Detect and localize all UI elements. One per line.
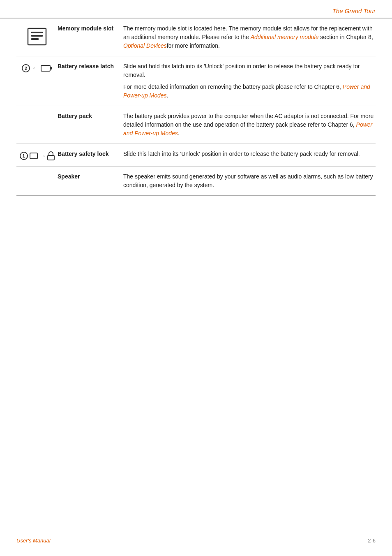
arrow-right-icon: → (40, 153, 46, 159)
svg-rect-4 (41, 65, 50, 71)
table-row: 1 → Battery safety lock Slide this latch… (16, 144, 376, 167)
speaker-desc-text: The speaker emits sound generated by you… (123, 172, 376, 190)
battery-safety-desc: Slide this latch into its 'Unlock' posit… (123, 150, 376, 158)
memory-icon-cell (16, 24, 58, 47)
svg-rect-7 (48, 155, 54, 160)
battery-pack-desc: The battery pack provides power to the c… (123, 112, 376, 138)
table-row: Speaker The speaker emits sound generate… (16, 167, 376, 195)
speaker-label: Speaker (58, 172, 123, 180)
svg-rect-2 (31, 35, 43, 37)
svg-rect-6 (30, 153, 37, 159)
footer-right: 2-6 (368, 537, 376, 544)
table-row: Battery pack The battery pack provides p… (16, 106, 376, 144)
battery-safety-lock-icon: 1 → (20, 151, 55, 160)
power-modes-link-2[interactable]: Power and Power-up Modes (123, 121, 372, 137)
content-area: Memory module slot The memory module slo… (0, 19, 392, 212)
battery-release-latch-icon: 2 ← (22, 64, 52, 72)
table-row: Memory module slot The memory module slo… (16, 19, 376, 56)
memory-module-desc-text: The memory module slot is located here. … (123, 24, 376, 50)
battery-pack-icon-cell (16, 112, 58, 114)
memory-module-label: Memory module slot (58, 24, 123, 32)
page-footer: User's Manual 2-6 (16, 534, 376, 544)
circle-2: 2 (22, 64, 30, 72)
speaker-icon-cell (16, 172, 58, 174)
battery-release-rect-icon (41, 65, 52, 72)
footer-left: User's Manual (16, 537, 51, 544)
svg-rect-5 (50, 67, 52, 70)
arrow-left-icon: ← (32, 64, 39, 72)
table-section: Memory module slot The memory module slo… (16, 19, 376, 196)
additional-memory-link[interactable]: Additional memory module (251, 34, 319, 40)
battery-pack-label: Battery pack (58, 112, 123, 119)
memory-module-icon (26, 26, 48, 47)
svg-rect-1 (31, 32, 43, 33)
battery-release-desc-p1: Slide and hold this latch into its 'Unlo… (123, 62, 376, 79)
battery-safety-desc-text: Slide this latch into its 'Unlock' posit… (123, 150, 376, 158)
svg-rect-3 (31, 38, 39, 40)
battery-pack-desc-text: The battery pack provides power to the c… (123, 112, 376, 138)
power-modes-link-1[interactable]: Power and Power-up Modes (123, 83, 370, 99)
battery-release-label: Battery release latch (58, 62, 123, 70)
small-rect-icon (29, 152, 39, 160)
optional-devices-link[interactable]: Optional Devices (123, 42, 167, 49)
battery-safety-icon-cell: 1 → (16, 150, 58, 160)
header-title: The Grand Tour (332, 7, 376, 14)
circle-1: 1 (20, 152, 28, 160)
page-header: The Grand Tour (0, 0, 392, 19)
speaker-desc: The speaker emits sound generated by you… (123, 172, 376, 190)
battery-release-icon-cell: 2 ← (16, 62, 58, 72)
battery-release-desc-p2: For more detailed information on removin… (123, 83, 376, 100)
battery-safety-label: Battery safety lock (58, 150, 123, 157)
battery-release-desc: Slide and hold this latch into its 'Unlo… (123, 62, 376, 100)
lock-icon (47, 151, 55, 160)
memory-module-desc: The memory module slot is located here. … (123, 24, 376, 50)
table-row: 2 ← Battery release latch Slide and hold… (16, 56, 376, 106)
